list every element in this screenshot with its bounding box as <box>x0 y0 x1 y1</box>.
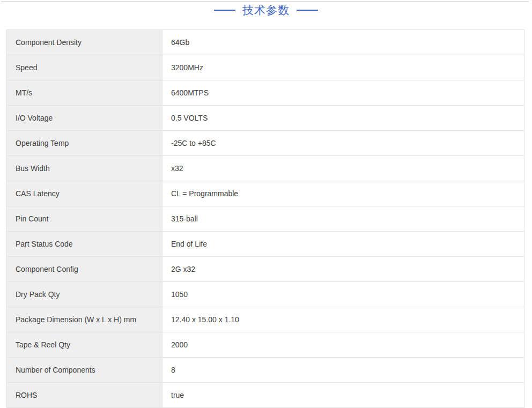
spec-label-cell: Dry Pack Qty <box>7 282 162 307</box>
spec-label-cell: Number of Components <box>7 358 162 383</box>
spec-table-row: Speed 3200MHz <box>7 55 524 80</box>
spec-value-cell: -25C to +85C <box>162 131 524 156</box>
spec-label-cell: Bus Width <box>7 156 162 181</box>
spec-label-cell: CAS Latency <box>7 181 162 206</box>
spec-table-row: Pin Count 315-ball <box>7 206 524 232</box>
spec-table-row: Tape & Reel Qty 2000 <box>7 332 524 358</box>
spec-table-row: ROHS true <box>7 383 524 408</box>
spec-table-body: Component Density 64Gb Speed 3200MHz MT/… <box>7 30 524 408</box>
spec-label-cell: Component Density <box>7 30 162 55</box>
spec-table: Component Density 64Gb Speed 3200MHz MT/… <box>6 29 524 408</box>
spec-label-cell: ROHS <box>7 383 162 408</box>
spec-value-cell: 0.5 VOLTS <box>162 106 524 131</box>
spec-table-row: Package Dimension (W x L x H) mm 12.40 x… <box>7 307 524 332</box>
spec-table-row: Bus Width x32 <box>7 156 524 181</box>
spec-label-cell: Component Config <box>7 257 162 282</box>
spec-table-row: Part Status Code End of Life <box>7 232 524 257</box>
spec-table-row: MT/s 6400MTPS <box>7 80 524 106</box>
spec-value-cell: 315-ball <box>162 206 524 232</box>
spec-value-cell: 2000 <box>162 332 524 358</box>
spec-value-cell: 64Gb <box>162 30 524 55</box>
spec-value-cell: 12.40 x 15.00 x 1.10 <box>162 307 524 332</box>
spec-value-cell: 2G x32 <box>162 257 524 282</box>
spec-label-cell: Pin Count <box>7 206 162 232</box>
spec-label-cell: Operating Temp <box>7 131 162 156</box>
spec-label-cell: Package Dimension (W x L x H) mm <box>7 307 162 332</box>
spec-value-cell: 8 <box>162 358 524 383</box>
spec-value-cell: 1050 <box>162 282 524 307</box>
spec-table-row: I/O Voltage 0.5 VOLTS <box>7 106 524 131</box>
title-dash-left <box>214 10 235 11</box>
section-title: 技术参数 <box>0 2 532 18</box>
spec-table-row: Component Config 2G x32 <box>7 257 524 282</box>
spec-table-row: Dry Pack Qty 1050 <box>7 282 524 307</box>
spec-value-cell: x32 <box>162 156 524 181</box>
spec-value-cell: true <box>162 383 524 408</box>
spec-label-cell: I/O Voltage <box>7 106 162 131</box>
spec-value-cell: CL = Programmable <box>162 181 524 206</box>
spec-table-row: CAS Latency CL = Programmable <box>7 181 524 206</box>
spec-table-row: Component Density 64Gb <box>7 30 524 55</box>
spec-label-cell: Part Status Code <box>7 232 162 257</box>
spec-table-row: Operating Temp -25C to +85C <box>7 131 524 156</box>
spec-value-cell: 6400MTPS <box>162 80 524 106</box>
page-title: 技术参数 <box>242 3 290 17</box>
product-spec-page: 技术参数 Component Density 64Gb Speed 3200MH… <box>0 0 532 408</box>
spec-label-cell: MT/s <box>7 80 162 106</box>
spec-value-cell: 3200MHz <box>162 55 524 80</box>
spec-label-cell: Speed <box>7 55 162 80</box>
spec-value-cell: End of Life <box>162 232 524 257</box>
spec-label-cell: Tape & Reel Qty <box>7 332 162 358</box>
title-dash-right <box>297 10 318 11</box>
spec-table-row: Number of Components 8 <box>7 358 524 383</box>
